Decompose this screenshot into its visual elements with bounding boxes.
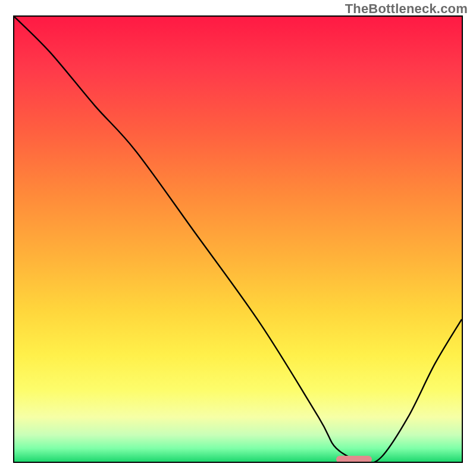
chart-container: TheBottleneck.com xyxy=(0,0,476,476)
bottleneck-curve xyxy=(14,17,462,462)
plot-area xyxy=(13,15,463,463)
watermark-text: TheBottleneck.com xyxy=(345,1,468,17)
minimum-marker xyxy=(336,456,372,463)
